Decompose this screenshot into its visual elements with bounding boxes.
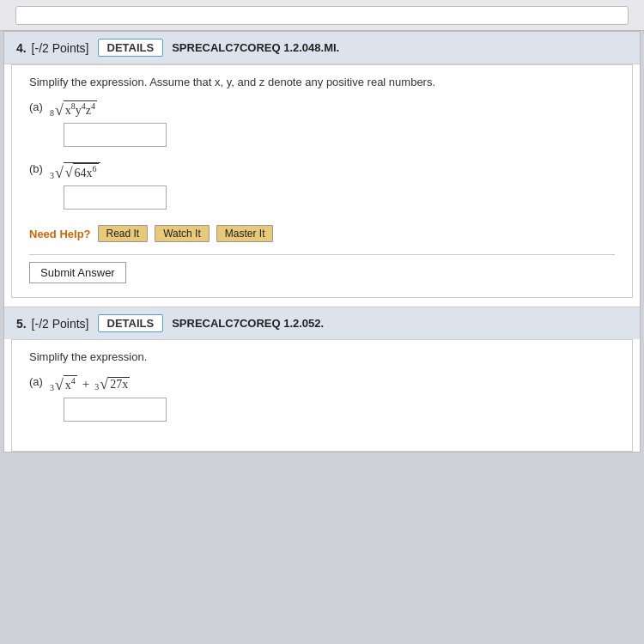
part-a-expression: 8 √ x8y4z4 — [50, 100, 97, 118]
problem-5-instruction: Simplify the expression. — [29, 350, 615, 363]
problem-4-part-a: (a) 8 √ x8y4z4 — [29, 100, 615, 147]
problem-5-body: Simplify the expression. (a) 3 √ x4 + — [11, 339, 633, 452]
browser-bar — [0, 0, 644, 31]
divider — [29, 254, 615, 255]
part-b-expression: 3 √ √ 64x6 — [50, 162, 100, 181]
problem-4-instruction: Simplify the expression. Assume that x, … — [29, 76, 615, 88]
problem-4-body: Simplify the expression. Assume that x, … — [11, 64, 633, 298]
problem-4-number: 4. [-/2 Points] — [16, 41, 89, 55]
watch-it-button[interactable]: Watch It — [155, 225, 210, 242]
address-bar[interactable] — [15, 6, 629, 25]
need-help-label: Need Help? — [29, 228, 91, 240]
problem-5-part-a-answer-input[interactable] — [64, 398, 167, 422]
problem-4-code: SPRECALC7COREQ 1.2.048.MI. — [172, 41, 339, 54]
part-b-answer-input[interactable] — [64, 185, 167, 210]
part-a-answer-input[interactable] — [64, 123, 167, 147]
part-a-label: (a) 8 √ x8y4z4 — [29, 100, 615, 118]
problem-5-header: 5. [-/2 Points] DETAILS SPRECALC7COREQ 1… — [4, 307, 640, 339]
problem-5-details-button[interactable]: DETAILS — [98, 314, 164, 332]
problem-5-code: SPRECALC7COREQ 1.2.052. — [172, 317, 324, 330]
problem-4-part-b: (b) 3 √ √ 64x6 — [29, 162, 615, 210]
radical-b-outer: 3 √ √ 64x6 — [50, 162, 100, 181]
problem-4-header: 4. [-/2 Points] DETAILS SPRECALC7COREQ 1… — [4, 32, 640, 64]
master-it-button[interactable]: Master It — [216, 225, 274, 242]
need-help-row: Need Help? Read It Watch It Master It — [29, 225, 615, 242]
problem-5-part-a-expression: 3 √ x4 + 3 √ 27x — [50, 375, 130, 392]
radical-a: 8 √ x8y4z4 — [50, 100, 97, 118]
read-it-button[interactable]: Read It — [98, 225, 149, 242]
radical-b-inner: √ 64x6 — [65, 163, 99, 180]
part-b-label: (b) 3 √ √ 64x6 — [29, 162, 615, 181]
problem-4-details-button[interactable]: DETAILS — [98, 39, 164, 57]
problem-5-part-a: (a) 3 √ x4 + 3 √ 27x — [29, 375, 615, 422]
problem-5-part-a-label: (a) 3 √ x4 + 3 √ 27x — [29, 375, 615, 392]
submit-answer-button[interactable]: Submit Answer — [29, 262, 126, 283]
problem-5-number: 5. [-/2 Points] — [16, 317, 89, 331]
problem-4-container: 4. [-/2 Points] DETAILS SPRECALC7COREQ 1… — [3, 31, 641, 453]
